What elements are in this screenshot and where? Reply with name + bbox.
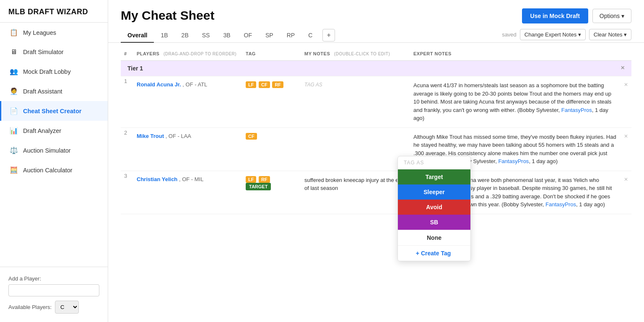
- tab-3b[interactable]: 3B: [216, 29, 237, 43]
- table-header-row: # PLAYERS (DRAG-AND-DROP TO REORDER) TAG…: [121, 47, 631, 61]
- tag-as-label: TAG AS: [398, 156, 470, 169]
- tag-dropdown: TAG AS Target Sleeper Avoid SB None +Cre…: [397, 156, 471, 261]
- table-container: # PLAYERS (DRAG-AND-DROP TO REORDER) TAG…: [108, 43, 644, 322]
- tab-c[interactable]: C: [301, 29, 319, 43]
- tab-overall[interactable]: Overall: [121, 29, 154, 43]
- rank-cell: 1: [121, 76, 133, 128]
- main-content: My Cheat Sheet Use in Mock Draft Options…: [108, 0, 644, 322]
- my-notes-cell: [301, 127, 410, 171]
- sidebar-item-label: My Leagues: [23, 29, 56, 36]
- row-close-cell: ✕: [621, 127, 631, 171]
- options-button[interactable]: Options ▾: [592, 9, 631, 23]
- action-col-header: [621, 47, 631, 61]
- sidebar-item-label: Draft Assistant: [23, 88, 62, 95]
- row-close-button[interactable]: ✕: [624, 175, 628, 182]
- tag-option-sleeper[interactable]: Sleeper: [398, 184, 470, 200]
- expert-time: , 1 day ago): [576, 201, 605, 208]
- create-tag-plus: +: [416, 250, 419, 257]
- tier-1-cell: Tier 1 ✕: [121, 61, 631, 76]
- draft-analyzer-icon: 📊: [10, 127, 18, 135]
- tag-cf[interactable]: CF: [246, 133, 257, 140]
- tab-of[interactable]: OF: [237, 29, 259, 43]
- expert-source-link[interactable]: FantasyPros: [498, 158, 529, 164]
- table-row: 1 Ronald Acuna Jr. , OF - ATL LF CF RF T…: [121, 76, 631, 128]
- expert-credit: (Bobby Sylvester,: [517, 107, 561, 113]
- tag-lf[interactable]: LF: [246, 176, 256, 183]
- sidebar-item-label: Auction Simulator: [23, 147, 71, 154]
- auction-sim-icon: ⚖️: [10, 146, 18, 154]
- sidebar-item-draft-simulator[interactable]: 🖥 Draft Simulator: [0, 42, 108, 62]
- saved-row: saved Change Expert Notes ▾ Clear Notes …: [502, 29, 631, 42]
- my-notes-text[interactable]: suffered broken kneecap injury at the en…: [304, 177, 405, 192]
- player-team: , OF - ATL: [182, 81, 207, 88]
- draft-assistant-icon: 🧑‍💼: [10, 87, 18, 95]
- expert-notes-cell: Acuna went 41/37 in homers/steals last s…: [410, 76, 621, 128]
- my-notes-col-header: MY NOTES (DOUBLE-CLICK TO EDIT): [301, 47, 410, 61]
- available-players-label: Available Players:: [8, 304, 52, 310]
- row-close-button[interactable]: ✕: [624, 132, 628, 139]
- sidebar-item-auction-calculator[interactable]: 🧮 Auction Calculator: [0, 160, 108, 180]
- tabs-row: Overall 1B 2B SS 3B OF SP RP C + saved C…: [108, 23, 644, 43]
- app-logo: MLB DRAFT WIZARD: [0, 0, 108, 23]
- players-col-header: PLAYERS (DRAG-AND-DROP TO REORDER): [133, 47, 242, 61]
- player-name[interactable]: Ronald Acuna Jr.: [137, 81, 181, 88]
- tier-1-row: Tier 1 ✕: [121, 61, 631, 76]
- table-row: 2 Mike Trout , OF - LAA CF Although Mike…: [121, 127, 631, 171]
- sidebar-item-my-leagues[interactable]: 📋 My Leagues: [0, 23, 108, 42]
- player-cell: Christian Yelich , OF - MIL: [133, 171, 242, 214]
- use-mock-draft-button[interactable]: Use in Mock Draft: [522, 8, 588, 23]
- tag-option-none[interactable]: None: [398, 230, 470, 245]
- tag-rf[interactable]: RF: [272, 81, 283, 88]
- expert-source-link[interactable]: FantasyPros: [561, 107, 592, 113]
- draft-sim-icon: 🖥: [10, 48, 18, 56]
- tag-lf[interactable]: LF: [246, 81, 256, 88]
- row-close-button[interactable]: ✕: [624, 80, 628, 88]
- tag-col-header: TAG: [242, 47, 301, 61]
- sidebar-item-auction-simulator[interactable]: ⚖️ Auction Simulator: [0, 140, 108, 160]
- tag-cell: LF CF RF: [242, 76, 301, 128]
- expert-time: , 1 day ago): [529, 158, 558, 164]
- tag-cell: LF RF TARGET: [242, 171, 301, 214]
- page-title: My Cheat Sheet: [121, 8, 214, 23]
- tab-rp[interactable]: RP: [280, 29, 301, 43]
- tag-option-avoid[interactable]: Avoid: [398, 200, 470, 215]
- available-players-select[interactable]: C 1B 2B SS 3B OF SP RP: [55, 301, 79, 314]
- tab-ss[interactable]: SS: [195, 29, 217, 43]
- main-header: My Cheat Sheet Use in Mock Draft Options…: [108, 0, 644, 23]
- tag-option-create[interactable]: +Create Tag: [398, 245, 470, 261]
- player-name[interactable]: Christian Yelich: [137, 176, 177, 182]
- my-notes-cell: TAG AS: [301, 76, 410, 128]
- tag-as-placeholder[interactable]: TAG AS: [304, 82, 322, 88]
- sidebar-item-draft-assistant[interactable]: 🧑‍💼 Draft Assistant: [0, 81, 108, 101]
- tier-1-close-button[interactable]: ✕: [621, 65, 625, 71]
- tag-cf[interactable]: CF: [259, 81, 270, 88]
- tag-option-sb[interactable]: SB: [398, 215, 470, 230]
- tab-1b[interactable]: 1B: [154, 29, 174, 43]
- tab-2b[interactable]: 2B: [175, 29, 195, 43]
- player-name[interactable]: Mike Trout: [137, 133, 164, 139]
- expert-source-link[interactable]: FantasyPros: [545, 201, 576, 208]
- tier-1-label: Tier 1: [127, 65, 143, 72]
- add-player-input[interactable]: [8, 284, 99, 296]
- sidebar-nav: 📋 My Leagues 🖥 Draft Simulator 👥 Mock Dr…: [0, 23, 108, 267]
- tag-rf[interactable]: RF: [259, 176, 270, 183]
- sidebar-item-label: Auction Calculator: [23, 167, 73, 174]
- sidebar-item-label: Mock Draft Lobby: [23, 68, 71, 75]
- table-body: Tier 1 ✕ 1 Ronald Acuna Jr. , OF - ATL L…: [121, 61, 631, 214]
- player-cell: Mike Trout , OF - LAA: [133, 127, 242, 171]
- rank-cell: 3: [121, 171, 133, 214]
- tag-cell: CF: [242, 127, 301, 171]
- add-tab-button[interactable]: +: [322, 29, 335, 42]
- clear-notes-button[interactable]: Clear Notes ▾: [589, 29, 631, 40]
- tag-option-target[interactable]: Target: [398, 169, 470, 184]
- leagues-icon: 📋: [10, 29, 18, 36]
- tag-target[interactable]: TARGET: [246, 183, 271, 190]
- mock-draft-icon: 👥: [10, 68, 18, 75]
- sidebar-item-mock-draft-lobby[interactable]: 👥 Mock Draft Lobby: [0, 62, 108, 81]
- sidebar-item-draft-analyzer[interactable]: 📊 Draft Analyzer: [0, 121, 108, 140]
- row-close-cell: ✕: [621, 76, 631, 128]
- change-expert-notes-button[interactable]: Change Expert Notes ▾: [520, 29, 586, 40]
- tab-sp[interactable]: SP: [259, 29, 280, 43]
- rank-col-header: #: [121, 47, 133, 61]
- sidebar-item-cheat-sheet-creator[interactable]: 📄 Cheat Sheet Creator: [0, 101, 108, 121]
